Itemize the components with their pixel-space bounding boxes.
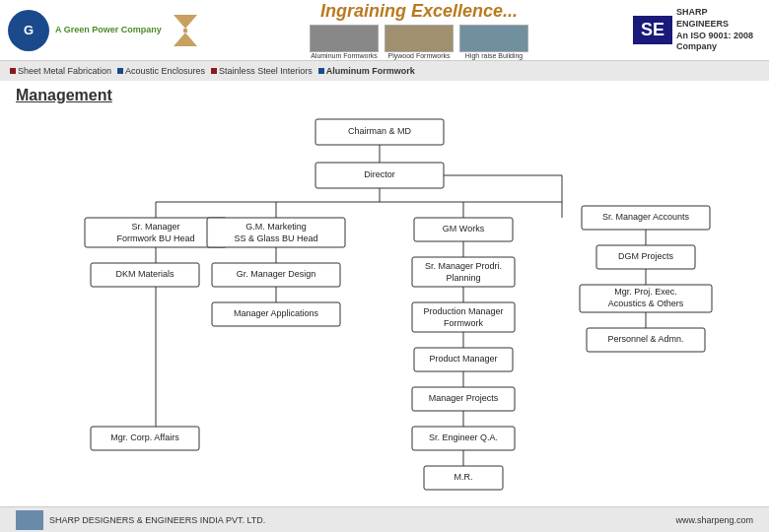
image-1: Aluminum Formworks [310,25,379,59]
mr-label: M.R. [454,472,473,482]
nav-dot-1 [10,68,16,74]
nav-dot-2 [117,68,123,74]
dkm-materials-label: DKM Materials [115,269,175,279]
sr-manager-prodri-label: Sr. Manager Prodri. [425,261,502,271]
sharp-engineers-name: SHARP ENGINEERS [676,7,761,30]
mgr-corp-affairs-label: Mgr. Corp. Affairs [110,432,179,442]
manager-projects-label: Manager Projects [429,393,499,403]
org-chart-area: .box { fill: white; stroke: #333; stroke… [0,106,769,532]
footer-logo: SHARP DESIGNERS & ENGINEERS INDIA PVT. L… [16,510,265,530]
manager-applications-label: Manager Applications [234,308,319,318]
iso-label: An ISO 9001: 2008 Company [676,31,761,53]
nav-item-sheet-metal[interactable]: Sheet Metal Fabrication [10,66,111,76]
tagline: Ingraining Excellence... [205,1,633,22]
header-left: G A Green Power Company [8,10,166,51]
footer-building-icon [16,510,43,530]
svg-text:Formwork BU Head: Formwork BU Head [116,233,194,243]
svg-text:SS & Glass BU Head: SS & Glass BU Head [234,233,317,243]
hourglass-icon [174,15,197,46]
svg-text:Planning: Planning [446,273,480,283]
sr-manager-formwork-label: Sr. Manager [131,222,179,232]
footer-company-name: SHARP DESIGNERS & ENGINEERS INDIA PVT. L… [49,515,265,525]
svg-text:Formwork: Formwork [444,318,483,328]
director-label: Director [364,169,395,179]
page-title: Management [0,81,769,106]
nav-dot-3 [211,68,217,74]
company-logo: G [8,10,49,51]
footer-website: www.sharpeng.com [675,515,753,525]
nav-dot-4 [318,68,324,74]
chairman-label: Chairman & MD [348,126,412,136]
footer: SHARP DESIGNERS & ENGINEERS INDIA PVT. L… [0,506,769,532]
sr-engineer-qa-label: Sr. Engineer Q.A. [429,432,498,442]
mgr-proj-exec-label: Mgr. Proj. Exec. [614,287,677,297]
image-3: High raise Building [459,25,528,59]
production-manager-label: Production Manager [423,306,503,316]
navbar: Sheet Metal Fabrication Acoustic Enclosu… [0,61,769,81]
se-logo: SE [633,16,672,44]
image-2: Plywood Formworks [384,25,454,59]
svg-text:Acoustics & Others: Acoustics & Others [608,299,684,308]
header-right: SE SHARP ENGINEERS An ISO 9001: 2008 Com… [633,7,761,53]
product-manager-label: Product Manager [429,354,497,364]
nav-item-stainless[interactable]: Stainless Steel Interiors [211,66,313,76]
green-company-label: A Green Power Company [55,25,162,35]
gr-manager-design-label: Gr. Manager Design [237,269,316,279]
gm-marketing-label: G.M. Marketing [245,222,307,232]
sr-manager-accounts-label: Sr. Manager Accounts [602,212,690,222]
nav-item-acoustic[interactable]: Acoustic Enclosures [117,66,205,76]
header-images: Aluminum Formworks Plywood Formworks Hig… [205,25,633,59]
dgm-projects-label: DGM Projects [618,251,674,261]
header: G A Green Power Company Ingraining Excel… [0,0,769,61]
org-chart-svg: .box { fill: white; stroke: #333; stroke… [10,110,759,532]
header-center: Ingraining Excellence... Aluminum Formwo… [205,1,633,59]
personnel-admn-label: Personnel & Admn. [607,334,683,344]
nav-item-aluminum[interactable]: Aluminum Formwork [318,66,415,76]
gm-works-label: GM Works [443,224,485,233]
